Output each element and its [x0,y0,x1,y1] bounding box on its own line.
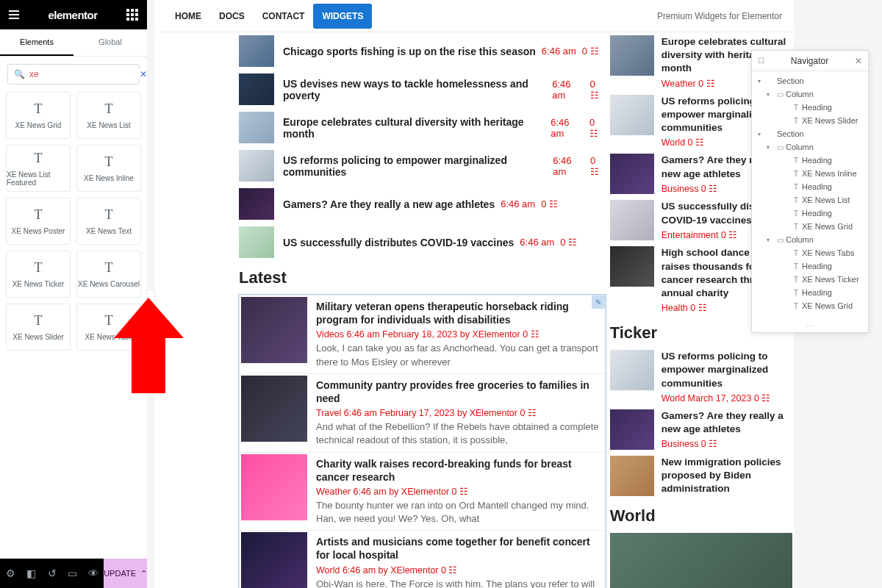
update-button[interactable]: UPDATE ⌃ [104,559,147,588]
tree-item[interactable]: THeading [752,101,868,114]
nav-link[interactable]: HOME [166,4,210,29]
world-heading: World [610,506,792,526]
nav-link[interactable]: WIDGETS [313,4,372,29]
resize-handle-icon[interactable]: ⋯ [752,320,868,332]
widget-tile[interactable]: TXE News List Featured [6,145,71,192]
tree-item[interactable]: TXE News Grid [752,299,868,312]
widget-tile[interactable]: TXE News Tabs [76,304,141,351]
expand-icon[interactable]: ▾ [767,91,774,98]
widget-label: XE News Slider [12,333,63,341]
ticker-item[interactable]: US reforms policing to empower marginali… [610,350,792,404]
widget-label: XE News Inline [84,174,134,182]
latest-item[interactable]: Community pantry provides free groceries… [240,374,605,453]
tree-item[interactable]: THeading [752,286,868,299]
expand-icon[interactable]: ▾ [758,78,765,85]
tree-item[interactable]: TXE News Ticker [752,273,868,286]
search-input[interactable] [29,69,140,79]
widget-label: XE News Poster [12,227,65,235]
element-icon: T [790,117,802,125]
responsive-icon[interactable]: ▭ [62,559,83,588]
world-thumb [610,533,792,588]
side-thumb [610,246,654,287]
tree-item[interactable]: TXE News Inline [752,167,868,180]
latest-item[interactable]: Charity walk raises record-breaking fund… [240,453,605,531]
grid-icon[interactable] [126,9,138,21]
tree-item[interactable]: THeading [752,154,868,167]
latest-excerpt: And what of the Rebellion? If the Rebels… [316,420,599,447]
minimize-icon[interactable]: ☐ [758,57,764,65]
ticker-item[interactable]: New immigration policies proposed by Bid… [610,456,792,496]
ticker-item[interactable]: Gamers? Are they really a new age athlet… [610,409,792,450]
news-row[interactable]: US reforms policing to empower marginali… [239,150,606,182]
tree-label: Column [786,235,814,244]
panel-tabs: Elements Global [0,29,147,57]
widget-tile[interactable]: TXE News Ticker [6,251,71,298]
edit-handle-icon[interactable]: ✎ [592,295,605,309]
news-row[interactable]: Gamers? Are they really a new age athlet… [239,188,606,220]
tree-label: XE News Grid [802,301,853,310]
widget-tile[interactable]: TXE News Poster [6,198,71,245]
nav-link[interactable]: DOCS [210,4,254,29]
tree-item[interactable]: ▾Section [752,127,868,140]
tree-label: XE News Grid [802,222,853,231]
navigator-icon[interactable]: ◧ [21,559,41,588]
news-title: Chicago sports fishing is up on the rise… [283,46,536,57]
news-row[interactable]: Europe celebrates cultural diversity wit… [239,112,606,143]
tree-item[interactable]: THeading [752,259,868,273]
tree-item[interactable]: ▾▭Column [752,140,868,154]
tab-elements[interactable]: Elements [0,29,74,56]
preview-icon[interactable]: 👁 [83,559,104,588]
latest-thumb [241,297,307,363]
tree-item[interactable]: ▾▭Column [752,87,868,101]
news-title: Europe celebrates cultural diversity wit… [283,116,545,140]
latest-thumb [241,376,307,442]
tab-global[interactable]: Global [74,29,147,56]
latest-item[interactable]: Artists and musicians come together for … [240,531,605,588]
settings-icon[interactable]: ⚙ [0,559,21,588]
widget-tile[interactable]: TXE News Slider [6,304,71,351]
latest-widget[interactable]: ✎ Military veteran opens therapeutic hor… [239,295,606,588]
text-icon: T [35,260,43,276]
panel-collapse[interactable]: ‹ [146,290,155,319]
widget-tile[interactable]: TXE News Carousel [76,251,141,298]
expand-icon[interactable]: ▾ [767,144,774,151]
element-icon: T [790,170,802,178]
latest-item[interactable]: Military veteran opens therapeutic horse… [240,295,605,374]
close-icon[interactable]: ✕ [855,56,862,66]
nav-link[interactable]: CONTACT [254,4,314,29]
tree-item[interactable]: THeading [752,207,868,220]
tree-item[interactable]: THeading [752,180,868,193]
tree-item[interactable]: TXE News Tabs [752,246,868,259]
news-row[interactable]: US successfully distributes COVID-19 vac… [239,226,606,258]
tree-item[interactable]: TXE News Slider [752,114,868,127]
clear-icon[interactable]: ✕ [140,69,147,79]
ticker-title: US reforms policing to empower marginali… [662,350,792,390]
text-icon: T [35,151,43,166]
tree-item[interactable]: ▾Section [752,74,868,87]
tree-item[interactable]: ▾▭Column [752,233,868,246]
hamburger-icon[interactable] [9,10,19,19]
widget-tile[interactable]: TXE News Inline [76,145,141,192]
side-thumb [610,200,654,240]
tree-item[interactable]: TXE News Grid [752,220,868,233]
expand-icon[interactable]: ▾ [767,237,774,243]
news-row[interactable]: Chicago sports fishing is up on the rise… [239,35,606,67]
ticker-meta: World March 17, 2023 0 ☷ [662,392,792,404]
element-icon: T [790,302,802,310]
ticker-title: New immigration policies proposed by Bid… [662,456,792,496]
expand-icon[interactable]: ▾ [758,131,765,137]
tree-item[interactable]: TXE News List [752,193,868,207]
news-comments: 0 ☷ [560,237,577,248]
news-comments: 0 ☷ [589,117,606,139]
widget-tile[interactable]: TXE News Text [76,198,141,245]
widget-tile[interactable]: TXE News List [76,92,141,139]
site-nav: HOMEDOCSCONTACTWIDGETS Premium Widgets f… [154,0,794,32]
panel-footer: ⚙ ◧ ↺ ▭ 👁 UPDATE ⌃ [0,559,147,588]
news-row[interactable]: US devises new ways to tackle homelessne… [239,74,606,105]
news-thumb [239,188,274,220]
news-comments: 0 ☷ [582,46,599,57]
history-icon[interactable]: ↺ [41,559,62,588]
element-icon: T [790,223,802,231]
widget-tile[interactable]: TXE News Grid [6,92,71,139]
navigator-tree: ▾Section▾▭ColumnTHeadingTXE News Slider▾… [752,71,868,320]
